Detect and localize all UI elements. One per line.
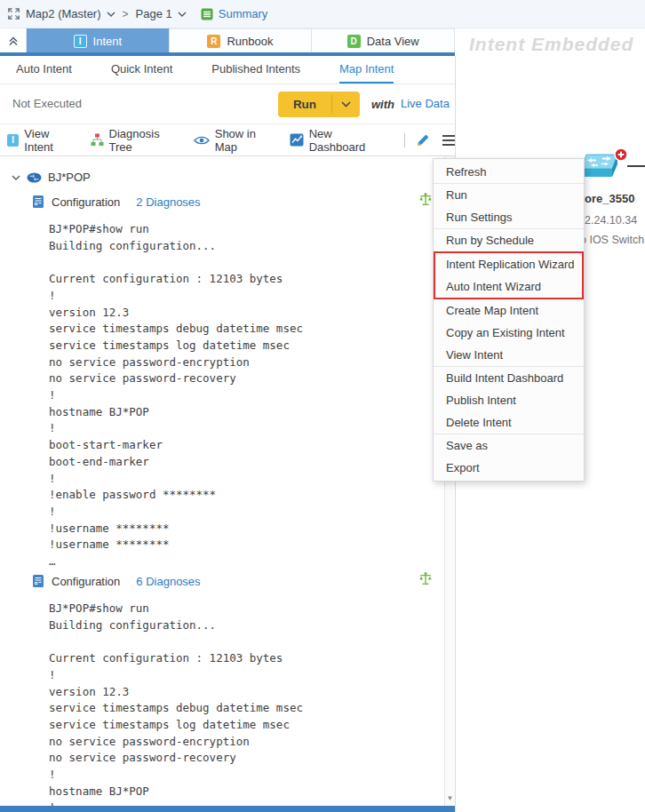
menu-item-run-by-schedule[interactable]: Run by Schedule (434, 228, 584, 251)
tab-data-view[interactable]: D Data View (312, 28, 455, 52)
config-output-1: BJ*POP#show run Building configuration..… (49, 221, 303, 570)
menu-item-intent-replication-wizard[interactable]: Intent Replication Wizard (435, 253, 582, 275)
eye-icon (194, 135, 210, 146)
device-ip-label: 2.24.10.34 (585, 214, 637, 227)
diagnosis-scale-icon[interactable] (418, 192, 433, 211)
subtab-published-intents[interactable]: Published Intents (211, 56, 300, 84)
new-dashboard-label: New Dashboard (309, 127, 387, 154)
tab-intent-label: Intent (93, 35, 123, 48)
intent-subtabs: Auto Intent Quick Intent Published Inten… (0, 56, 455, 84)
subtab-quick-intent[interactable]: Quick Intent (111, 56, 172, 84)
edit-pencil-icon[interactable] (416, 133, 430, 147)
menu-item-delete-intent[interactable]: Delete Intent (434, 411, 584, 434)
tab-runbook[interactable]: R Runbook (170, 28, 313, 52)
tab-data-view-label: Data View (367, 35, 419, 48)
runbook-icon: R (207, 35, 220, 48)
diagnosis-tree-label: Diagnosis Tree (109, 127, 182, 154)
tree-device-row[interactable]: BJ*POP (12, 171, 91, 184)
map-header: Map2 (Master) > Page 1 Summary (0, 0, 645, 28)
tab-intent[interactable]: I Intent (27, 28, 170, 52)
intent-context-menu: Refresh Run Run Settings Run by Schedule… (433, 158, 585, 482)
diagnosis-scale-icon[interactable] (418, 571, 433, 590)
intent-icon: I (74, 35, 87, 48)
summary-icon (201, 8, 213, 20)
map-title[interactable]: Map2 (Master) (26, 7, 101, 20)
config-section-header: Configuration 6 Diagnoses (32, 574, 201, 588)
view-intent-button[interactable]: I View Intent (7, 127, 79, 154)
chevron-down-icon[interactable] (107, 12, 115, 17)
device-type-label: o IOS Switch (580, 234, 644, 246)
router-device-icon (27, 172, 42, 183)
with-label: with (371, 98, 394, 111)
menu-hamburger-icon[interactable] (442, 135, 455, 146)
configuration-label: Configuration (52, 195, 120, 209)
menu-item-auto-intent-wizard[interactable]: Auto Intent Wizard (435, 275, 582, 298)
configuration-label: Configuration (52, 575, 120, 588)
diagnosis-tree-button[interactable]: Diagnosis Tree (91, 127, 182, 154)
subtab-auto-intent[interactable]: Auto Intent (16, 56, 72, 84)
menu-item-refresh[interactable]: Refresh (434, 161, 584, 183)
scroll-down-arrow-icon[interactable]: ▼ (445, 794, 455, 802)
watermark-label: Intent Embedded (469, 34, 633, 55)
diagnoses-link[interactable]: 6 Diagnoses (136, 575, 200, 588)
wizard-highlight-box: Intent Replication Wizard Auto Intent Wi… (434, 251, 584, 299)
device-name-label: ore_3550 (585, 192, 634, 205)
configuration-icon (32, 574, 44, 588)
dashboard-icon (290, 133, 304, 147)
diagnoses-link[interactable]: 2 Diagnoses (136, 195, 200, 209)
live-data-link[interactable]: Live Data (401, 97, 450, 110)
config-section-header: Configuration 2 Diagnoses (32, 195, 201, 209)
page-selector[interactable]: Page 1 (136, 7, 172, 20)
device-name-label: BJ*POP (48, 171, 91, 184)
chevron-down-icon[interactable] (12, 175, 20, 180)
expand-icon[interactable] (7, 7, 20, 20)
show-in-map-button[interactable]: Show in Map (194, 127, 278, 154)
subtab-map-intent[interactable]: Map Intent (339, 56, 394, 84)
run-dropdown-button[interactable] (332, 92, 360, 117)
chevron-down-icon[interactable] (178, 12, 187, 17)
toolbar-divider (404, 133, 405, 147)
show-in-map-label: Show in Map (215, 127, 278, 154)
diagnosis-tree-icon (91, 133, 104, 147)
tab-runbook-label: Runbook (227, 35, 273, 48)
run-button[interactable]: Run (278, 92, 331, 117)
menu-item-save-as[interactable]: Save as (434, 434, 584, 457)
menu-item-copy-existing-intent[interactable]: Copy an Existing Intent (434, 322, 584, 344)
menu-item-view-intent[interactable]: View Intent (434, 344, 584, 366)
menu-item-build-intent-dashboard[interactable]: Build Intent Dashboard (434, 366, 584, 389)
menu-item-publish-intent[interactable]: Publish Intent (434, 389, 584, 411)
panel-tabstrip: I Intent R Runbook D Data View (0, 28, 455, 52)
configuration-icon (32, 195, 44, 209)
panel-bottom-bar (0, 806, 455, 812)
view-intent-label: View Intent (24, 127, 78, 154)
new-dashboard-button[interactable]: New Dashboard (290, 127, 387, 154)
execution-status: Not Executed (12, 97, 82, 110)
data-view-icon: D (347, 35, 361, 48)
collapse-panel-button[interactable] (0, 28, 27, 52)
double-chevron-up-icon (8, 36, 19, 46)
menu-item-export[interactable]: Export (434, 457, 584, 479)
menu-item-create-map-intent[interactable]: Create Map Intent (434, 299, 584, 322)
summary-link[interactable]: Summary (219, 7, 268, 20)
topology-link-line (627, 165, 645, 167)
run-split-button: Run (278, 92, 360, 117)
intent-toolbar: I View Intent Diagnosis Tree Show in Map (0, 123, 455, 156)
menu-item-run-settings[interactable]: Run Settings (434, 206, 584, 228)
app-window: Map2 (Master) > Page 1 Summary I Intent … (0, 0, 645, 812)
breadcrumb-separator: > (123, 8, 129, 20)
config-output-2: BJ*POP#show run Building configuration..… (49, 601, 303, 812)
status-row: Not Executed Run with Live Data (0, 84, 455, 123)
intent-icon: I (7, 134, 19, 147)
menu-item-run[interactable]: Run (434, 183, 584, 206)
